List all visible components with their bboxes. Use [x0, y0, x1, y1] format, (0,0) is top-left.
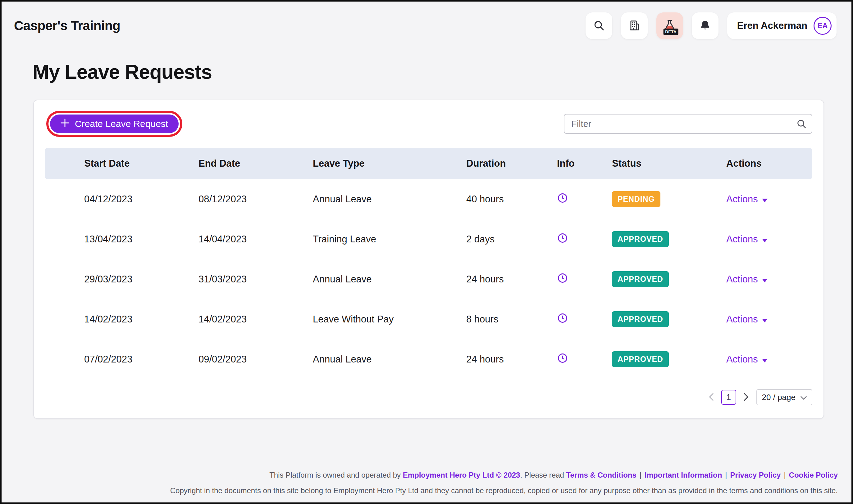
actions-dropdown[interactable]: Actions: [726, 234, 768, 245]
notifications-button[interactable]: [692, 13, 718, 39]
status-badge: PENDING: [612, 191, 660, 207]
building-icon: [628, 20, 640, 32]
app-title: Casper's Training: [14, 18, 120, 33]
cell-start-date: 14/02/2023: [84, 314, 198, 325]
cell-start-date: 07/02/2023: [84, 354, 198, 365]
table-row: 13/04/2023 14/04/2023 Training Leave 2 d…: [45, 219, 812, 259]
user-name: Eren Ackerman: [737, 20, 807, 31]
organisation-button[interactable]: [621, 13, 648, 39]
top-bar-actions: BETA Eren Ackerman EA: [586, 13, 837, 39]
table-header-row: Start Date End Date Leave Type Duration …: [45, 148, 812, 179]
top-bar: Casper's Training: [2, 2, 851, 41]
status-badge: APPROVED: [612, 311, 669, 327]
table-row: 07/02/2023 09/02/2023 Annual Leave 24 ho…: [45, 339, 812, 379]
actions-label: Actions: [726, 274, 758, 285]
company-link[interactable]: Employment Hero Pty Ltd © 2023: [403, 471, 520, 479]
cell-duration: 8 hours: [466, 314, 557, 325]
status-badge: APPROVED: [612, 231, 669, 247]
leave-requests-card: Create Leave Request Start Date End Date…: [33, 100, 824, 419]
actions-label: Actions: [726, 234, 758, 245]
cell-end-date: 14/02/2023: [198, 314, 313, 325]
cell-end-date: 31/03/2023: [198, 274, 313, 285]
pagination-prev-button[interactable]: [707, 392, 715, 403]
actions-dropdown[interactable]: Actions: [726, 314, 768, 325]
user-menu[interactable]: Eren Ackerman EA: [727, 13, 837, 39]
cell-start-date: 29/03/2023: [84, 274, 198, 285]
pagination-current-page[interactable]: 1: [721, 390, 736, 405]
caret-down-icon: [762, 234, 768, 245]
create-button-highlight-ring: Create Leave Request: [46, 111, 182, 137]
privacy-policy-link[interactable]: Privacy Policy: [730, 471, 781, 479]
cell-end-date: 09/02/2023: [198, 354, 313, 365]
caret-down-icon: [762, 194, 768, 205]
clock-info-icon[interactable]: [557, 232, 568, 244]
page-size-select[interactable]: 20 / page: [756, 389, 812, 405]
column-header-duration: Duration: [466, 158, 557, 169]
column-header-actions: Actions: [726, 158, 812, 169]
chevron-right-icon: [744, 393, 749, 402]
search-icon: [593, 20, 605, 32]
pagination-next-button[interactable]: [743, 392, 750, 403]
cookie-policy-link[interactable]: Cookie Policy: [789, 471, 838, 479]
cell-end-date: 14/04/2023: [198, 234, 313, 245]
footer: This Platform is owned and operated by E…: [16, 471, 838, 495]
filter-input[interactable]: [564, 114, 812, 134]
caret-down-icon: [762, 274, 768, 285]
separator: |: [784, 471, 786, 479]
clock-info-icon[interactable]: [557, 272, 568, 284]
filter-search-icon: [796, 119, 807, 130]
footer-legal-line: This Platform is owned and operated by E…: [16, 471, 838, 480]
chevron-left-icon: [709, 393, 714, 402]
table-row: 14/02/2023 14/02/2023 Leave Without Pay …: [45, 299, 812, 339]
plus-icon: [60, 119, 69, 129]
page-size-value: 20 / page: [762, 393, 796, 402]
status-badge: APPROVED: [612, 271, 669, 287]
cell-start-date: 04/12/2023: [84, 194, 198, 205]
beta-badge: BETA: [663, 29, 678, 35]
caret-down-icon: [762, 314, 768, 325]
cell-duration: 2 days: [466, 234, 557, 245]
table-row: 29/03/2023 31/03/2023 Annual Leave 24 ho…: [45, 259, 812, 299]
actions-dropdown[interactable]: Actions: [726, 274, 768, 285]
cell-end-date: 08/12/2023: [198, 194, 313, 205]
filter-field: [564, 114, 812, 134]
actions-dropdown[interactable]: Actions: [726, 194, 768, 205]
terms-conditions-link[interactable]: Terms & Conditions: [566, 471, 637, 479]
column-header-status: Status: [612, 158, 726, 169]
status-badge: APPROVED: [612, 351, 669, 367]
cell-leave-type: Annual Leave: [313, 194, 466, 205]
cell-duration: 24 hours: [466, 274, 557, 285]
leave-requests-table: Start Date End Date Leave Type Duration …: [45, 148, 812, 379]
pagination: 1 20 / page: [45, 389, 812, 405]
footer-copyright-line: Copyright in the documents on this site …: [16, 486, 838, 495]
separator: |: [725, 471, 727, 479]
cell-leave-type: Training Leave: [313, 234, 466, 245]
actions-label: Actions: [726, 314, 758, 325]
footer-text: . Please read: [520, 471, 566, 479]
column-header-leave-type: Leave Type: [313, 158, 466, 169]
clock-info-icon[interactable]: [557, 353, 568, 364]
column-header-end-date: End Date: [198, 158, 313, 169]
cell-start-date: 13/04/2023: [84, 234, 198, 245]
actions-label: Actions: [726, 354, 758, 365]
actions-dropdown[interactable]: Actions: [726, 354, 768, 365]
column-header-info: Info: [557, 158, 612, 169]
card-toolbar: Create Leave Request: [45, 111, 812, 137]
beta-features-button[interactable]: BETA: [656, 13, 683, 39]
separator: |: [640, 471, 642, 479]
search-button[interactable]: [586, 13, 612, 39]
cell-duration: 24 hours: [466, 354, 557, 365]
clock-info-icon[interactable]: [557, 312, 568, 324]
create-button-label: Create Leave Request: [75, 119, 168, 129]
bell-icon: [699, 20, 711, 32]
important-information-link[interactable]: Important Information: [645, 471, 722, 479]
avatar: EA: [814, 17, 832, 35]
clock-info-icon[interactable]: [557, 193, 568, 203]
create-leave-request-button[interactable]: Create Leave Request: [50, 114, 179, 133]
footer-text: This Platform is owned and operated by: [269, 471, 403, 479]
caret-down-icon: [762, 354, 768, 365]
cell-duration: 40 hours: [466, 194, 557, 205]
table-row: 04/12/2023 08/12/2023 Annual Leave 40 ho…: [45, 179, 812, 219]
chevron-down-icon: [801, 393, 807, 402]
cell-leave-type: Annual Leave: [313, 354, 466, 365]
